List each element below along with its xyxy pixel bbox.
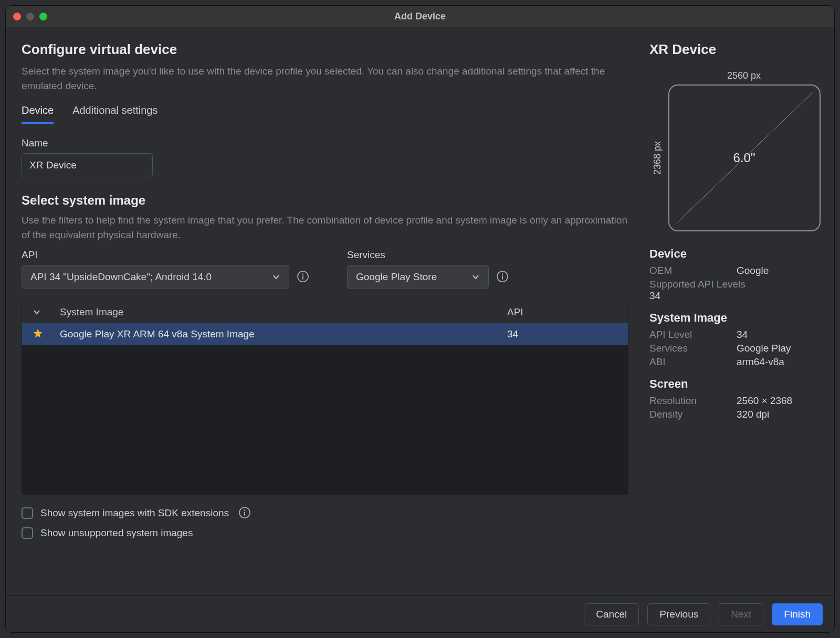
titlebar: Add Device [6,6,834,27]
name-input[interactable] [22,153,153,177]
next-button: Next [719,603,763,625]
side-title: XR Device [649,41,823,58]
svg-point-4 [502,273,503,275]
checkbox-unsupported-images[interactable] [22,527,33,539]
checkbox-sdk-extensions[interactable] [22,507,33,519]
density-value: 320 dpi [737,409,769,420]
info-icon[interactable] [496,270,510,284]
api-level-key: API Level [649,329,737,341]
services-label: Services [347,249,510,261]
api-level-value: 34 [737,329,748,341]
side-screen-heading: Screen [649,377,823,391]
info-icon[interactable] [238,506,252,520]
info-icon[interactable] [297,270,310,284]
chevron-down-icon [272,273,280,281]
previous-button[interactable]: Previous [647,603,710,625]
svg-rect-5 [502,276,503,280]
svg-point-7 [244,509,246,511]
density-key: Density [649,409,737,420]
abi-value: arm64-v8a [737,356,784,368]
row-name: Google Play XR ARM 64 v8a System Image [60,328,507,340]
abi-key: ABI [649,356,737,368]
tab-device[interactable]: Device [22,104,54,124]
system-image-table: System Image API Google Play XR ARM 64 v… [22,301,628,495]
services-key: Services [649,343,737,354]
row-api: 34 [507,328,617,340]
device-preview: 2560 px 2368 px 6.0" [649,70,823,231]
system-image-title: Select system image [22,193,628,208]
checkbox-sdk-extensions-label: Show system images with SDK extensions [40,507,229,519]
finish-button[interactable]: Finish [772,603,823,625]
api-select-value: API 34 "UpsideDownCake"; Android 14.0 [30,271,212,283]
dialog-window: Add Device Configure virtual device Sele… [5,5,835,633]
preview-width-label: 2560 px [668,70,820,81]
services-select-value: Google Play Store [356,271,437,283]
supported-api-key: Supported API Levels [649,279,823,290]
preview-height-label: 2368 px [652,141,663,175]
star-icon [33,328,43,341]
side-device-heading: Device [649,247,823,261]
resolution-value: 2560 × 2368 [737,395,792,407]
page-description: Select the system image you'd like to us… [22,64,628,93]
chevron-down-icon [471,273,480,281]
services-select[interactable]: Google Play Store [347,265,489,289]
resolution-key: Resolution [649,395,737,407]
oem-value: Google [737,265,769,277]
page-title: Configure virtual device [22,41,628,58]
supported-api-value: 34 [649,290,823,302]
api-label: API [22,249,310,261]
table-row[interactable]: Google Play XR ARM 64 v8a System Image 3… [22,323,628,345]
name-label: Name [22,137,628,149]
system-image-description: Use the filters to help find the system … [22,213,628,242]
collapse-toggle[interactable] [33,308,60,316]
api-select[interactable]: API 34 "UpsideDownCake"; Android 14.0 [22,265,289,289]
svg-rect-2 [302,276,303,280]
tab-additional-settings[interactable]: Additional settings [72,104,158,124]
svg-point-1 [302,273,304,275]
column-header-api[interactable]: API [507,306,617,318]
side-system-image-heading: System Image [649,311,823,325]
window-title: Add Device [6,11,834,22]
svg-rect-8 [244,512,245,516]
preview-diagonal-label: 6.0" [733,151,755,165]
checkbox-unsupported-images-label: Show unsupported system images [40,527,193,539]
services-value: Google Play [737,343,791,354]
oem-key: OEM [649,265,737,277]
column-header-system-image[interactable]: System Image [60,306,507,318]
cancel-button[interactable]: Cancel [584,603,639,625]
dialog-footer: Cancel Previous Next Finish [6,596,834,632]
